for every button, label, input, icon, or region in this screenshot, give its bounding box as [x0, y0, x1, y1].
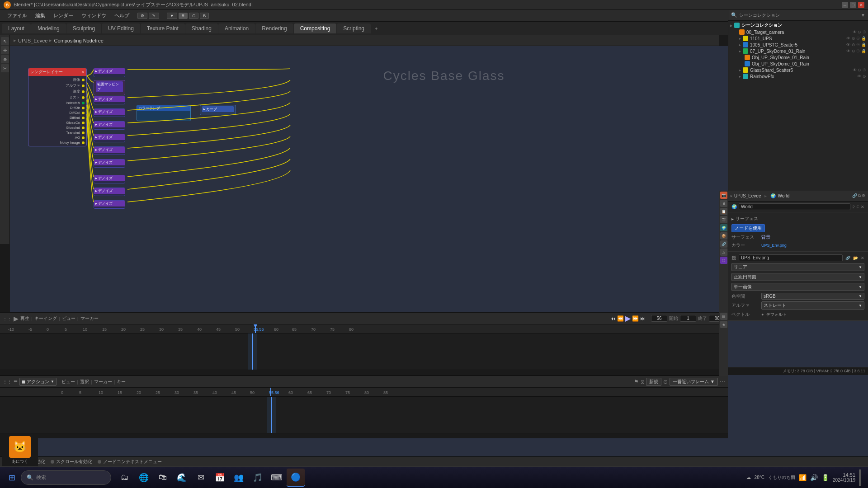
- outliner-item-skyobj1[interactable]: Obj_UP_SkyDome_01_Rain: [728, 54, 868, 61]
- nla-scrollbar[interactable]: [0, 433, 728, 438]
- timeline-scrollbar[interactable]: [0, 370, 728, 375]
- prev-key-icon[interactable]: ⏪: [617, 315, 624, 322]
- tab-animation[interactable]: Animation: [218, 23, 255, 33]
- color-space-dropdown[interactable]: sRGB ▼: [761, 293, 864, 300]
- denoise-node-8[interactable]: ▸ デノイズ: [94, 175, 125, 183]
- tab-shading[interactable]: Shading: [185, 23, 218, 33]
- jump-start-icon[interactable]: ⏮: [610, 315, 616, 322]
- taskbar-calendar-icon[interactable]: 📅: [211, 469, 229, 487]
- outliner-item-glasshard[interactable]: ▸ GlassShard_Scatter5 👁 ⊙ ☉: [728, 67, 868, 73]
- outliner-item-ups[interactable]: ▸ 1101_UPS 👁 ⊙ ☉ 🔒: [728, 35, 868, 42]
- render-icon[interactable]: R: [179, 13, 188, 19]
- nearest-frame-dropdown[interactable]: 一番近いフレーム ▼: [670, 378, 718, 386]
- toolbar-icon-1[interactable]: ⚙: [137, 13, 147, 19]
- outliner-search-icon[interactable]: 🔍: [731, 12, 737, 18]
- world-copy-icon[interactable]: ⧉: [858, 193, 861, 198]
- outliner-item-scatter[interactable]: ▸ 1005_UPSTG_Scatter5 👁 ⊙ ☉ 🔒: [728, 42, 868, 48]
- data-icon[interactable]: △: [720, 249, 727, 256]
- render-props-icon[interactable]: 📷: [720, 192, 727, 199]
- tray-network-icon[interactable]: 📶: [799, 474, 807, 481]
- world-name-field[interactable]: [739, 203, 850, 210]
- zoom-tool-icon[interactable]: ⊕: [1, 55, 9, 63]
- taskbar-explorer-icon[interactable]: 🗂: [116, 469, 134, 487]
- menu-edit[interactable]: 編集: [32, 11, 49, 20]
- jump-end-icon[interactable]: ⏭: [640, 315, 646, 322]
- image-name-field[interactable]: [739, 254, 843, 261]
- nla-icon-2[interactable]: ◈: [720, 321, 727, 328]
- tray-battery-icon[interactable]: 🔋: [821, 474, 829, 481]
- next-key-icon[interactable]: ⏩: [632, 315, 639, 322]
- post-curve-node[interactable]: ▸ カーブ: [200, 105, 236, 115]
- maximize-button[interactable]: □: [850, 2, 856, 8]
- taskbar-terminal-icon[interactable]: ⌨: [268, 469, 286, 487]
- surface-section-title[interactable]: ▸ サーフェス: [731, 214, 864, 223]
- tab-layout[interactable]: Layout: [2, 23, 31, 33]
- color-value-link[interactable]: UPS_Env.png: [761, 243, 787, 248]
- denoise-node-10[interactable]: ▸ デノイズ: [94, 200, 125, 209]
- world-panel-expand[interactable]: ▸: [731, 194, 732, 198]
- denoise-node-4[interactable]: ▸ デノイズ: [94, 121, 125, 130]
- close-button[interactable]: ✕: [858, 2, 864, 8]
- world-fake-user-btn[interactable]: F: [857, 205, 859, 209]
- tab-modeling[interactable]: Modeling: [31, 23, 66, 33]
- user-avatar[interactable]: 🐱: [9, 436, 31, 458]
- current-frame-input[interactable]: [651, 315, 667, 322]
- taskbar-edge-icon[interactable]: 🌊: [173, 469, 191, 487]
- curve-map-node[interactable]: 範囲マッピング: [94, 80, 125, 95]
- nla-icon-1[interactable]: ▤: [720, 313, 727, 320]
- denoise-node-2[interactable]: ▸ デノイズ: [94, 96, 125, 104]
- outliner-item-rainbow[interactable]: ▸ RainbowEfx 👁 ⊙: [728, 73, 868, 80]
- taskbar-search[interactable]: 🔍 検索: [21, 470, 111, 485]
- tab-uv-editing[interactable]: UV Editing: [102, 23, 140, 33]
- outliner-item-skyobj2[interactable]: Obj_UP_SkyDome_01_Rain: [728, 61, 868, 67]
- tab-scripting[interactable]: Scripting: [337, 23, 371, 33]
- world-link-icon[interactable]: 🔗: [852, 193, 857, 198]
- breadcrumb-root[interactable]: UPJS_Eevee: [18, 38, 47, 43]
- taskbar-teams-icon[interactable]: 👥: [230, 469, 248, 487]
- alpha-dropdown[interactable]: ストレート ▼: [761, 301, 864, 310]
- menu-help[interactable]: ヘルプ: [111, 11, 133, 20]
- move-tool-icon[interactable]: ✛: [1, 46, 9, 54]
- taskbar-spotify-icon[interactable]: 🎵: [249, 469, 267, 487]
- action-dropdown[interactable]: ◼ アクション ▼: [19, 378, 57, 386]
- denoise-node-6[interactable]: ▸ デノイズ: [94, 146, 125, 155]
- linear-dropdown[interactable]: リニア ▼: [731, 263, 864, 271]
- new-strip-button[interactable]: 新規: [646, 378, 661, 386]
- denoise-node-7[interactable]: ▸ デノイズ: [94, 159, 125, 168]
- nla-extra-icon[interactable]: ⋯: [720, 379, 725, 385]
- world-unlink-btn[interactable]: ✕: [861, 205, 864, 209]
- tab-sculpting[interactable]: Sculpting: [66, 23, 101, 33]
- constraint-icon[interactable]: 🔗: [720, 240, 727, 248]
- img-link-icon[interactable]: 🔗: [845, 256, 850, 260]
- taskbar-blender-icon[interactable]: 🔵: [287, 469, 305, 487]
- world-settings-icon[interactable]: ⚙: [862, 193, 865, 198]
- denoise-node-9[interactable]: ▸ デノイズ: [94, 188, 125, 196]
- single-image-dropdown[interactable]: 単一画像 ▼: [731, 283, 864, 291]
- tab-compositing[interactable]: Compositing: [294, 23, 337, 33]
- denoise-node-5[interactable]: ▸ デノイズ: [94, 134, 125, 142]
- select-tool-icon[interactable]: ↖: [1, 37, 9, 45]
- outliner-scene-collection[interactable]: ▸ シーンコレクション: [728, 22, 868, 29]
- breadcrumb-child[interactable]: Compositing Nodetree: [54, 38, 103, 43]
- outliner-item-skydome[interactable]: ▸ 07_UP_SkyDome_01_Rain 👁 ⊙ ☉ 🔒: [728, 48, 868, 54]
- object-props-icon[interactable]: 📦: [720, 232, 727, 239]
- minimize-button[interactable]: ─: [842, 2, 848, 8]
- taskbar-store-icon[interactable]: 🛍: [154, 469, 172, 487]
- tray-clock[interactable]: 14:51 2024/10/19: [833, 472, 855, 483]
- cut-tool-icon[interactable]: ✂: [1, 64, 9, 72]
- menu-file[interactable]: ファイル: [4, 11, 31, 20]
- start-frame-input[interactable]: [680, 315, 696, 322]
- denoise-node-1[interactable]: ▸ デノイズ: [94, 68, 125, 77]
- tab-rendering[interactable]: Rendering: [255, 23, 293, 33]
- show-desktop-button[interactable]: [859, 469, 861, 486]
- taskbar-mail-icon[interactable]: ✉: [192, 469, 210, 487]
- nla-snap-icon[interactable]: ⊙: [663, 379, 668, 385]
- img-folder-icon[interactable]: 📂: [853, 256, 858, 260]
- outliner-item-camera[interactable]: 00_Target_camera 👁 ⊙ ☉: [728, 29, 868, 35]
- menu-window[interactable]: ウィンドウ: [78, 11, 110, 20]
- tray-sound-icon[interactable]: 🔊: [810, 474, 818, 481]
- nla-marker-icon[interactable]: ⚑: [634, 379, 639, 385]
- taskbar-browser-icon[interactable]: 🌐: [135, 469, 153, 487]
- tab-texture-paint[interactable]: Texture Paint: [141, 23, 185, 33]
- img-close-icon[interactable]: ✕: [861, 256, 864, 260]
